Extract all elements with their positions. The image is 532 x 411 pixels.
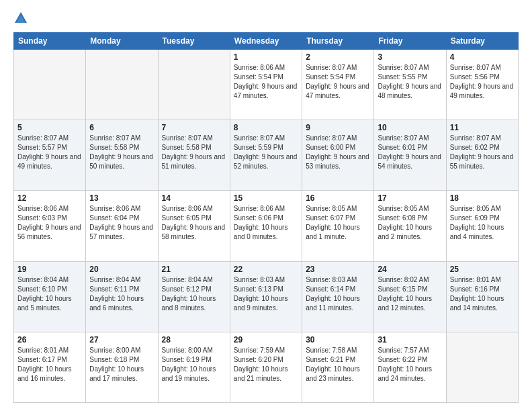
day-info: Sunrise: 8:05 AM Sunset: 6:08 PM Dayligh… bbox=[378, 204, 442, 242]
calendar-cell: 19Sunrise: 8:04 AM Sunset: 6:10 PM Dayli… bbox=[14, 261, 86, 332]
calendar-cell: 14Sunrise: 8:06 AM Sunset: 6:05 PM Dayli… bbox=[158, 191, 230, 261]
calendar-cell: 11Sunrise: 8:07 AM Sunset: 6:02 PM Dayli… bbox=[446, 120, 518, 191]
day-number: 21 bbox=[162, 265, 226, 274]
day-number: 14 bbox=[162, 193, 226, 203]
day-info: Sunrise: 8:04 AM Sunset: 6:10 PM Dayligh… bbox=[17, 275, 82, 313]
calendar-header-row: SundayMondayTuesdayWednesdayThursdayFrid… bbox=[14, 33, 519, 50]
day-info: Sunrise: 8:00 AM Sunset: 6:19 PM Dayligh… bbox=[162, 346, 226, 383]
calendar-cell: 8Sunrise: 8:07 AM Sunset: 5:59 PM Daylig… bbox=[230, 120, 302, 191]
day-info: Sunrise: 8:07 AM Sunset: 5:58 PM Dayligh… bbox=[162, 134, 226, 171]
day-number: 20 bbox=[89, 265, 154, 274]
day-number: 17 bbox=[378, 193, 442, 203]
calendar-week-5: 26Sunrise: 8:01 AM Sunset: 6:17 PM Dayli… bbox=[14, 332, 519, 402]
calendar-cell: 17Sunrise: 8:05 AM Sunset: 6:08 PM Dayli… bbox=[374, 191, 446, 261]
day-info: Sunrise: 8:07 AM Sunset: 5:55 PM Dayligh… bbox=[378, 63, 442, 101]
calendar-cell: 29Sunrise: 7:59 AM Sunset: 6:20 PM Dayli… bbox=[230, 332, 302, 402]
day-number: 7 bbox=[162, 123, 226, 132]
day-number: 16 bbox=[306, 193, 370, 203]
calendar-cell bbox=[446, 332, 518, 402]
day-info: Sunrise: 8:05 AM Sunset: 6:09 PM Dayligh… bbox=[450, 204, 515, 242]
calendar-cell: 10Sunrise: 8:07 AM Sunset: 6:01 PM Dayli… bbox=[374, 120, 446, 191]
day-info: Sunrise: 8:07 AM Sunset: 5:58 PM Dayligh… bbox=[89, 134, 154, 171]
calendar-cell: 30Sunrise: 7:58 AM Sunset: 6:21 PM Dayli… bbox=[302, 332, 374, 402]
day-number: 31 bbox=[378, 335, 442, 345]
day-number: 10 bbox=[378, 123, 442, 132]
logo bbox=[13, 11, 31, 26]
calendar-cell: 9Sunrise: 8:07 AM Sunset: 6:00 PM Daylig… bbox=[302, 120, 374, 191]
day-number: 30 bbox=[306, 335, 370, 345]
calendar-cell: 3Sunrise: 8:07 AM Sunset: 5:55 PM Daylig… bbox=[374, 50, 446, 120]
day-number: 11 bbox=[450, 123, 515, 132]
calendar-cell: 28Sunrise: 8:00 AM Sunset: 6:19 PM Dayli… bbox=[158, 332, 230, 402]
weekday-header-friday: Friday bbox=[374, 33, 446, 50]
calendar-table: SundayMondayTuesdayWednesdayThursdayFrid… bbox=[13, 32, 519, 403]
day-info: Sunrise: 8:07 AM Sunset: 5:57 PM Dayligh… bbox=[17, 134, 82, 171]
weekday-header-monday: Monday bbox=[86, 33, 158, 50]
calendar-cell: 18Sunrise: 8:05 AM Sunset: 6:09 PM Dayli… bbox=[446, 191, 518, 261]
calendar-cell: 21Sunrise: 8:04 AM Sunset: 6:12 PM Dayli… bbox=[158, 261, 230, 332]
day-info: Sunrise: 8:07 AM Sunset: 6:00 PM Dayligh… bbox=[306, 134, 370, 171]
calendar-cell: 7Sunrise: 8:07 AM Sunset: 5:58 PM Daylig… bbox=[158, 120, 230, 191]
calendar-cell: 2Sunrise: 8:07 AM Sunset: 5:54 PM Daylig… bbox=[302, 50, 374, 120]
day-number: 23 bbox=[306, 265, 370, 274]
calendar-cell: 12Sunrise: 8:06 AM Sunset: 6:03 PM Dayli… bbox=[14, 191, 86, 261]
day-info: Sunrise: 8:06 AM Sunset: 6:06 PM Dayligh… bbox=[234, 204, 298, 242]
day-info: Sunrise: 8:04 AM Sunset: 6:11 PM Dayligh… bbox=[89, 275, 154, 313]
day-info: Sunrise: 8:03 AM Sunset: 6:14 PM Dayligh… bbox=[306, 275, 370, 313]
day-info: Sunrise: 8:07 AM Sunset: 5:59 PM Dayligh… bbox=[234, 134, 298, 171]
day-number: 25 bbox=[450, 265, 515, 274]
day-info: Sunrise: 8:07 AM Sunset: 5:54 PM Dayligh… bbox=[306, 63, 370, 101]
calendar-cell bbox=[86, 50, 158, 120]
weekday-header-sunday: Sunday bbox=[14, 33, 86, 50]
calendar-cell: 15Sunrise: 8:06 AM Sunset: 6:06 PM Dayli… bbox=[230, 191, 302, 261]
day-number: 18 bbox=[450, 193, 515, 203]
day-info: Sunrise: 8:04 AM Sunset: 6:12 PM Dayligh… bbox=[162, 275, 226, 313]
day-info: Sunrise: 8:06 AM Sunset: 6:05 PM Dayligh… bbox=[162, 204, 226, 242]
calendar-week-3: 12Sunrise: 8:06 AM Sunset: 6:03 PM Dayli… bbox=[14, 191, 519, 261]
day-number: 9 bbox=[306, 123, 370, 132]
day-info: Sunrise: 8:00 AM Sunset: 6:18 PM Dayligh… bbox=[89, 346, 154, 383]
day-info: Sunrise: 7:59 AM Sunset: 6:20 PM Dayligh… bbox=[234, 346, 298, 383]
day-number: 26 bbox=[17, 335, 82, 345]
calendar-cell: 23Sunrise: 8:03 AM Sunset: 6:14 PM Dayli… bbox=[302, 261, 374, 332]
day-number: 27 bbox=[89, 335, 154, 345]
day-info: Sunrise: 8:01 AM Sunset: 6:16 PM Dayligh… bbox=[450, 275, 515, 313]
day-info: Sunrise: 8:06 AM Sunset: 6:04 PM Dayligh… bbox=[89, 204, 154, 242]
weekday-header-thursday: Thursday bbox=[302, 33, 374, 50]
day-number: 8 bbox=[234, 123, 298, 132]
calendar-cell: 1Sunrise: 8:06 AM Sunset: 5:54 PM Daylig… bbox=[230, 50, 302, 120]
day-info: Sunrise: 8:05 AM Sunset: 6:07 PM Dayligh… bbox=[306, 204, 370, 242]
day-info: Sunrise: 8:02 AM Sunset: 6:15 PM Dayligh… bbox=[378, 275, 442, 313]
day-number: 1 bbox=[234, 52, 298, 62]
day-number: 3 bbox=[378, 52, 442, 62]
weekday-header-wednesday: Wednesday bbox=[230, 33, 302, 50]
day-info: Sunrise: 8:06 AM Sunset: 5:54 PM Dayligh… bbox=[234, 63, 298, 101]
calendar-week-2: 5Sunrise: 8:07 AM Sunset: 5:57 PM Daylig… bbox=[14, 120, 519, 191]
calendar-cell: 13Sunrise: 8:06 AM Sunset: 6:04 PM Dayli… bbox=[86, 191, 158, 261]
day-info: Sunrise: 7:58 AM Sunset: 6:21 PM Dayligh… bbox=[306, 346, 370, 383]
day-info: Sunrise: 8:01 AM Sunset: 6:17 PM Dayligh… bbox=[17, 346, 82, 383]
day-number: 19 bbox=[17, 265, 82, 274]
calendar-cell bbox=[14, 50, 86, 120]
logo-icon bbox=[13, 11, 28, 26]
calendar-cell: 25Sunrise: 8:01 AM Sunset: 6:16 PM Dayli… bbox=[446, 261, 518, 332]
calendar-cell: 20Sunrise: 8:04 AM Sunset: 6:11 PM Dayli… bbox=[86, 261, 158, 332]
day-number: 2 bbox=[306, 52, 370, 62]
calendar-cell: 27Sunrise: 8:00 AM Sunset: 6:18 PM Dayli… bbox=[86, 332, 158, 402]
day-number: 15 bbox=[234, 193, 298, 203]
day-info: Sunrise: 8:03 AM Sunset: 6:13 PM Dayligh… bbox=[234, 275, 298, 313]
day-number: 22 bbox=[234, 265, 298, 274]
page: SundayMondayTuesdayWednesdayThursdayFrid… bbox=[0, 0, 532, 411]
calendar-cell: 6Sunrise: 8:07 AM Sunset: 5:58 PM Daylig… bbox=[86, 120, 158, 191]
day-info: Sunrise: 7:57 AM Sunset: 6:22 PM Dayligh… bbox=[378, 346, 442, 383]
day-number: 24 bbox=[378, 265, 442, 274]
day-number: 5 bbox=[17, 123, 82, 132]
calendar-cell: 22Sunrise: 8:03 AM Sunset: 6:13 PM Dayli… bbox=[230, 261, 302, 332]
calendar-cell: 24Sunrise: 8:02 AM Sunset: 6:15 PM Dayli… bbox=[374, 261, 446, 332]
day-info: Sunrise: 8:07 AM Sunset: 6:02 PM Dayligh… bbox=[450, 134, 515, 171]
day-number: 12 bbox=[17, 193, 82, 203]
day-number: 13 bbox=[89, 193, 154, 203]
header bbox=[13, 11, 519, 26]
calendar-cell bbox=[158, 50, 230, 120]
calendar-week-1: 1Sunrise: 8:06 AM Sunset: 5:54 PM Daylig… bbox=[14, 50, 519, 120]
